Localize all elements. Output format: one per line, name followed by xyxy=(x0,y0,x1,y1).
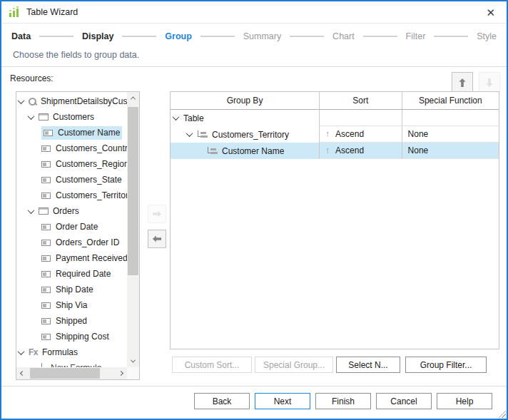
group-row-customers-territory[interactable]: Customers_Territory ↑ Ascend None xyxy=(171,126,499,143)
tree-item-shipping-cost[interactable]: Shipping Cost xyxy=(16,329,127,344)
tree-item-required-date[interactable]: Required Date xyxy=(16,266,127,282)
vertical-scrollbar-thumb[interactable] xyxy=(128,107,138,275)
group-icon xyxy=(207,147,218,155)
sort-value: Ascend xyxy=(335,145,364,155)
scroll-up-button[interactable] xyxy=(127,92,139,104)
move-up-button[interactable] xyxy=(452,72,473,93)
tree-item-customers[interactable]: Customers xyxy=(16,109,127,125)
step-chart[interactable]: Chart xyxy=(332,31,355,41)
step-connector xyxy=(200,36,235,37)
column-header-sort: Sort xyxy=(319,92,402,110)
ascend-arrow-icon: ↑ xyxy=(325,145,330,155)
tree-item-shipped[interactable]: Shipped xyxy=(16,313,127,329)
tree-item-new-formula[interactable]: New Formula... xyxy=(16,360,127,367)
tree-item-label: Formulas xyxy=(42,347,78,357)
tree-item-customers-country[interactable]: Customers_Country xyxy=(16,140,127,156)
custom-sort-button[interactable]: Custom Sort... xyxy=(172,357,252,373)
chevron-down-icon[interactable] xyxy=(28,113,35,120)
move-down-button[interactable] xyxy=(479,72,500,93)
group-row-customer-name[interactable]: Customer Name ↑ Ascend None xyxy=(171,143,499,159)
back-button[interactable]: Back xyxy=(194,393,250,409)
sort-cell[interactable]: ↑ Ascend xyxy=(319,143,402,159)
special-function-cell[interactable]: None xyxy=(402,143,499,159)
step-connector xyxy=(122,36,156,37)
resources-tree-panel: ShipmentDetailsbyCustom Customers Custom… xyxy=(16,91,140,380)
tree-item-ship-via[interactable]: Ship Via xyxy=(16,297,127,313)
group-by-label: Customer Name xyxy=(222,146,284,156)
tree-item-customers-territory[interactable]: Customers_Territory xyxy=(16,188,127,203)
finish-button[interactable]: Finish xyxy=(315,393,371,409)
tree-rows: ShipmentDetailsbyCustom Customers Custom… xyxy=(16,92,127,367)
select-n-button[interactable]: Select N... xyxy=(336,357,400,373)
tree-item-customers-state[interactable]: Customers_State xyxy=(16,172,127,188)
scroll-right-button[interactable] xyxy=(115,367,127,379)
field-icon xyxy=(41,255,51,262)
special-function-cell[interactable]: None xyxy=(402,126,499,143)
tree-item-customer-name[interactable]: Customer Name xyxy=(16,125,127,140)
tree-item-orders[interactable]: Orders xyxy=(16,203,127,219)
window-title: Table Wizard xyxy=(26,7,482,17)
step-group[interactable]: Group xyxy=(165,31,192,41)
horizontal-scrollbar-thumb[interactable] xyxy=(30,368,100,379)
field-icon xyxy=(44,130,53,136)
step-display[interactable]: Display xyxy=(82,31,113,41)
chevron-down-icon[interactable] xyxy=(186,130,193,137)
resize-grip[interactable] xyxy=(497,409,506,418)
group-filter-button[interactable]: Group Filter... xyxy=(405,357,487,373)
cancel-button[interactable]: Cancel xyxy=(376,393,432,409)
chevron-down-icon[interactable] xyxy=(28,207,35,214)
step-connector xyxy=(434,36,468,37)
tree-item-orders-order-id[interactable]: Orders_Order ID xyxy=(16,235,127,250)
tree-item-formulas[interactable]: Fx Formulas xyxy=(16,344,127,360)
field-icon xyxy=(41,224,51,230)
vertical-scrollbar[interactable] xyxy=(127,92,139,367)
tree-item-payment-received[interactable]: Payment Received xyxy=(16,250,127,266)
step-filter[interactable]: Filter xyxy=(406,31,426,41)
step-data[interactable]: Data xyxy=(11,31,31,41)
tree-item-label: Shipped xyxy=(56,316,87,326)
column-header-group-by: Group By xyxy=(171,92,319,110)
field-icon xyxy=(41,161,51,168)
arrow-down-icon xyxy=(484,77,495,88)
move-right-button[interactable] xyxy=(148,205,166,223)
chevron-down-icon[interactable] xyxy=(173,113,180,121)
step-summary[interactable]: Summary xyxy=(243,31,281,41)
chevron-right-icon xyxy=(118,371,123,376)
sort-cell[interactable] xyxy=(319,110,402,126)
group-by-label: Customers_Territory xyxy=(212,130,289,140)
step-style[interactable]: Style xyxy=(477,31,497,41)
tree-item-label: Shipping Cost xyxy=(56,332,109,342)
arrow-up-icon xyxy=(457,77,468,88)
tree-item-customers-region[interactable]: Customers_Region xyxy=(16,156,127,172)
chevron-down-icon[interactable] xyxy=(18,97,25,104)
wizard-steps: Data Display Group Summary Chart Filter … xyxy=(1,24,507,41)
resources-label: Resources: xyxy=(10,73,54,83)
tree-item-label: Ship Date xyxy=(56,285,93,294)
tree-item-label: Required Date xyxy=(56,269,111,279)
chevron-down-icon[interactable] xyxy=(18,348,25,355)
group-icon xyxy=(197,130,208,139)
horizontal-scrollbar[interactable] xyxy=(16,367,127,379)
scroll-left-button[interactable] xyxy=(16,367,29,379)
tree-item-order-date[interactable]: Order Date xyxy=(16,219,127,235)
move-left-button[interactable] xyxy=(148,230,166,248)
tree-item-label: Payment Received xyxy=(56,253,127,263)
tree-item-query[interactable]: ShipmentDetailsbyCustom xyxy=(16,93,127,109)
help-button[interactable]: Help xyxy=(437,393,492,409)
scroll-down-button[interactable] xyxy=(127,355,139,367)
query-icon xyxy=(29,98,36,106)
close-button[interactable]: ✕ xyxy=(482,6,499,19)
tree-item-ship-date[interactable]: Ship Date xyxy=(16,282,127,297)
title-bar: Table Wizard ✕ xyxy=(1,1,507,24)
field-icon xyxy=(41,145,51,152)
special-function-cell[interactable] xyxy=(402,110,499,126)
next-button[interactable]: Next xyxy=(255,393,310,409)
group-row-table[interactable]: Table xyxy=(171,110,499,126)
step-connector xyxy=(39,36,73,37)
tree-item-label: Customers_Territory xyxy=(56,190,127,200)
app-logo-icon xyxy=(9,6,20,18)
column-header-special-function: Special Function xyxy=(402,92,499,110)
special-group-button[interactable]: Special Group... xyxy=(255,357,333,373)
field-icon xyxy=(41,193,51,199)
sort-cell[interactable]: ↑ Ascend xyxy=(319,126,402,143)
